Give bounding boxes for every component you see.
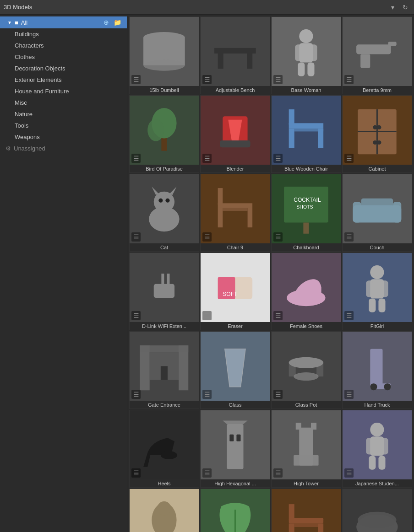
sidebar-item-characters[interactable]: Characters bbox=[0, 40, 127, 51]
dropdown-icon[interactable]: ▾ bbox=[387, 2, 398, 12]
add-to-scene-icon-cat[interactable]: ☰ bbox=[131, 232, 141, 242]
add-to-scene-icon-blender[interactable]: ☰ bbox=[202, 154, 212, 163]
add-to-scene-icon-hand-truck[interactable]: ☰ bbox=[344, 390, 354, 399]
thumb-svg-blender bbox=[207, 102, 263, 158]
svg-rect-23 bbox=[289, 129, 294, 148]
grid-item-gate-entrance[interactable]: ☰ Gate Entrance bbox=[129, 331, 199, 409]
add-to-scene-icon-female-shoes[interactable]: ☰ bbox=[273, 311, 283, 320]
add-to-scene-icon-japanese-student[interactable]: ☰ bbox=[344, 468, 354, 478]
add-to-scene-icon-cabinet[interactable]: ☰ bbox=[344, 154, 354, 163]
grid-item-label-gate-entrance: Gate Entrance bbox=[130, 401, 199, 408]
grid-item-hand-truck[interactable]: ☰ Hand Truck bbox=[342, 331, 412, 409]
grid-item-base-woman[interactable]: ☰ Base Woman bbox=[271, 16, 341, 94]
sidebar-item-weapons[interactable]: Weapons bbox=[0, 131, 127, 143]
svg-rect-93 bbox=[379, 456, 386, 470]
grid-item-chalkboard[interactable]: COCKTAILSHOTS ☰ Chalkboard bbox=[271, 174, 341, 252]
add-to-scene-icon-adjustable-bench[interactable]: ☰ bbox=[202, 75, 212, 84]
svg-rect-49 bbox=[353, 202, 361, 222]
sidebar-item-unassigned[interactable]: ⚙ Unassigned bbox=[0, 143, 127, 154]
svg-rect-51 bbox=[361, 199, 393, 207]
grid-item-blue-wooden-chair[interactable]: ☰ Blue Wooden Chair bbox=[271, 95, 341, 173]
add-to-scene-icon-blue-wooden-chair[interactable]: ☰ bbox=[273, 154, 283, 163]
grid-item-glass[interactable]: ☰ Glass bbox=[200, 331, 270, 409]
grid-item-leather-chair[interactable]: ☰ Leather Chair bbox=[271, 489, 341, 532]
folder-icon[interactable]: 📁 bbox=[114, 19, 121, 26]
grid-item-glass-pot[interactable]: ☰ Glass Pot bbox=[271, 331, 341, 409]
svg-rect-80 bbox=[227, 424, 243, 469]
sidebar-tools-label: Tools bbox=[15, 122, 28, 129]
grid-item-leaf[interactable]: ☰ Leaf bbox=[200, 489, 270, 532]
add-to-scene-icon-couch[interactable]: ☰ bbox=[344, 232, 354, 242]
grid-item-female-shoes[interactable]: ☰ Female Shoes bbox=[271, 253, 341, 330]
sidebar-exterior-label: Exterior Elements bbox=[15, 76, 62, 83]
sidebar-characters-label: Characters bbox=[15, 42, 44, 49]
add-to-scene-icon-base-woman[interactable]: ☰ bbox=[273, 75, 283, 84]
svg-rect-53 bbox=[161, 274, 164, 285]
add-to-scene-icon-gate-entrance[interactable]: ☰ bbox=[131, 390, 141, 399]
grid-item-leather-puff[interactable]: ☰ Leather Puff bbox=[342, 489, 412, 532]
grid-item-fitgirl[interactable]: ☰ FitGirl bbox=[342, 253, 412, 330]
add-to-scene-icon-bird-of-paradise[interactable]: ☰ bbox=[131, 154, 141, 163]
grid-item-couch[interactable]: ☰ Couch bbox=[342, 174, 412, 252]
grid-item-label-chalkboard: Chalkboard bbox=[272, 243, 341, 251]
grid-item-blender[interactable]: ☰ Blender bbox=[200, 95, 270, 173]
grid-item-eraser[interactable]: SOFT ☰ Eraser bbox=[200, 253, 270, 330]
grid-item-adjustable-bench[interactable]: ☰ Adjustable Bench bbox=[200, 16, 270, 94]
grid-item-chair-9[interactable]: ☰ Chair 9 bbox=[200, 174, 270, 252]
grid-item-high-hexagonal[interactable]: ☰ High Hexagonal ... bbox=[200, 410, 270, 488]
sidebar-item-all[interactable]: ▼ ■ All ⊕ 📁 bbox=[0, 16, 127, 28]
svg-rect-42 bbox=[248, 208, 253, 227]
svg-rect-69 bbox=[161, 366, 168, 380]
add-icon[interactable]: ⊕ bbox=[104, 19, 109, 26]
grid-item-japanese-student[interactable]: ☰ Japanese Studen... bbox=[342, 410, 412, 488]
thumb-cabinet: ☰ bbox=[343, 96, 412, 165]
add-to-scene-icon-d-link-wifi[interactable]: ☰ bbox=[131, 311, 141, 320]
grid-item-kneeling-down[interactable]: ☰ Kneeling Down M... bbox=[129, 489, 199, 532]
refresh-icon[interactable]: ↻ bbox=[400, 2, 410, 12]
top-bar-icons: ▾ ↻ bbox=[387, 2, 410, 12]
svg-point-38 bbox=[166, 199, 170, 203]
add-to-scene-icon-high-hexagonal[interactable]: ☰ bbox=[202, 468, 212, 478]
svg-rect-25 bbox=[294, 129, 323, 131]
svg-point-72 bbox=[294, 372, 318, 381]
grid-item-cat[interactable]: ☰ Cat bbox=[129, 174, 199, 252]
add-to-scene-icon-beretta-9mm[interactable]: ☰ bbox=[344, 75, 354, 84]
grid-item-heels[interactable]: ☰ Heels bbox=[129, 410, 199, 488]
sidebar-item-decoration[interactable]: Decoration Objects bbox=[0, 63, 127, 74]
grid-item-label-base-woman: Base Woman bbox=[272, 86, 341, 94]
svg-rect-83 bbox=[237, 435, 241, 441]
grid-item-label-high-tower: High Tower bbox=[272, 479, 341, 487]
sidebar-item-exterior[interactable]: Exterior Elements bbox=[0, 74, 127, 86]
add-to-scene-icon-glass[interactable]: ☰ bbox=[202, 390, 212, 399]
sidebar-item-buildings[interactable]: Buildings bbox=[0, 28, 127, 40]
add-to-scene-icon-glass-pot[interactable]: ☰ bbox=[273, 390, 283, 399]
thumb-svg-chalkboard: COCKTAILSHOTS bbox=[278, 181, 334, 236]
grid-item-high-tower[interactable]: ☰ High Tower bbox=[271, 410, 341, 488]
add-to-scene-icon-chair-9[interactable]: ☰ bbox=[202, 232, 212, 242]
grid-item-beretta-9mm[interactable]: ☰ Beretta 9mm bbox=[342, 16, 412, 94]
add-to-scene-icon-high-tower[interactable]: ☰ bbox=[273, 468, 283, 478]
svg-rect-10 bbox=[298, 63, 305, 76]
sidebar-item-tools[interactable]: Tools bbox=[0, 120, 127, 131]
sidebar-item-misc[interactable]: Misc bbox=[0, 97, 127, 108]
thumb-svg-15lb-dumbell bbox=[136, 24, 192, 79]
svg-rect-87 bbox=[311, 423, 316, 430]
svg-point-96 bbox=[157, 501, 171, 515]
sidebar-item-clothes[interactable]: Clothes bbox=[0, 51, 127, 63]
grid-item-label-adjustable-bench: Adjustable Bench bbox=[201, 86, 270, 94]
thumb-leather-puff: ☰ bbox=[343, 489, 412, 532]
add-to-scene-icon-15lb-dumbell[interactable]: ☰ bbox=[131, 75, 141, 84]
add-to-scene-icon-eraser[interactable]: ☰ bbox=[202, 311, 212, 320]
svg-rect-8 bbox=[295, 44, 302, 61]
add-to-scene-icon-heels[interactable]: ☰ bbox=[131, 468, 141, 478]
grid-item-label-glass-pot: Glass Pot bbox=[272, 401, 341, 408]
sidebar-item-nature[interactable]: Nature bbox=[0, 108, 127, 120]
grid-item-d-link-wifi[interactable]: ☰ D-Link WiFi Exten... bbox=[129, 253, 199, 330]
grid-item-15lb-dumbell[interactable]: ☰ 15lb Dumbell bbox=[129, 16, 199, 94]
grid-item-bird-of-paradise[interactable]: ☰ Bird Of Paradise bbox=[129, 95, 199, 173]
sidebar-item-house[interactable]: House and Furniture bbox=[0, 86, 127, 97]
add-to-scene-icon-chalkboard[interactable]: ☰ bbox=[273, 232, 283, 242]
grid-item-cabinet[interactable]: ☰ Cabinet bbox=[342, 95, 412, 173]
add-to-scene-icon-fitgirl[interactable]: ☰ bbox=[344, 311, 354, 320]
thumb-base-woman: ☰ bbox=[272, 17, 341, 86]
